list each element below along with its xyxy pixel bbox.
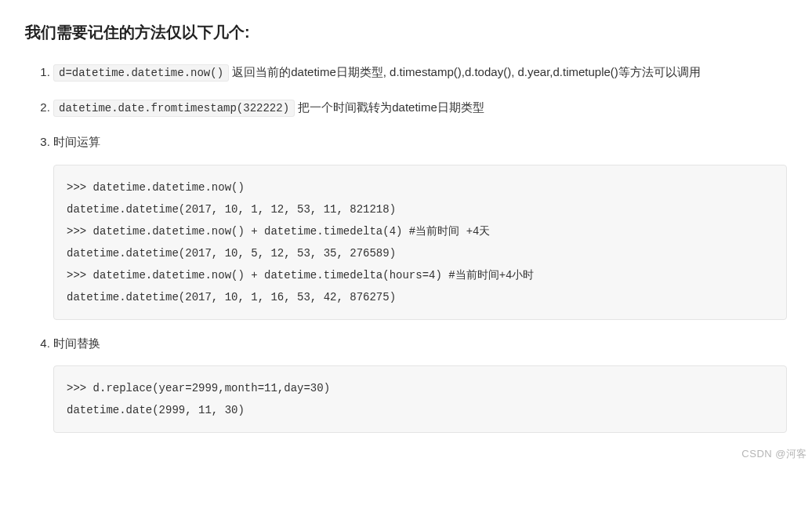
item-description: 返回当前的datetime日期类型, d.timestamp(),d.today… (229, 65, 701, 78)
inline-code: datetime.date.fromtimestamp(322222) (53, 100, 295, 117)
method-list: d=datetime.datetime.now() 返回当前的datetime日… (25, 61, 787, 433)
list-item: datetime.date.fromtimestamp(322222) 把一个时… (53, 96, 787, 119)
item-description: 把一个时间戳转为datetime日期类型 (295, 100, 484, 114)
section-heading: 我们需要记住的方法仅以下几个: (25, 19, 787, 45)
list-item: d=datetime.datetime.now() 返回当前的datetime日… (53, 61, 787, 84)
code-block: >>> datetime.datetime.now() datetime.dat… (53, 165, 787, 320)
inline-code: d=datetime.datetime.now() (53, 64, 229, 82)
watermark: CSDN @河客 (741, 445, 807, 463)
item-label: 时间替换 (53, 336, 100, 350)
list-item: 时间替换 >>> d.replace(year=2999,month=11,da… (53, 332, 787, 434)
item-label: 时间运算 (53, 135, 100, 148)
list-item: 时间运算 >>> datetime.datetime.now() datetim… (53, 131, 787, 320)
code-block: >>> d.replace(year=2999,month=11,day=30)… (53, 365, 787, 433)
